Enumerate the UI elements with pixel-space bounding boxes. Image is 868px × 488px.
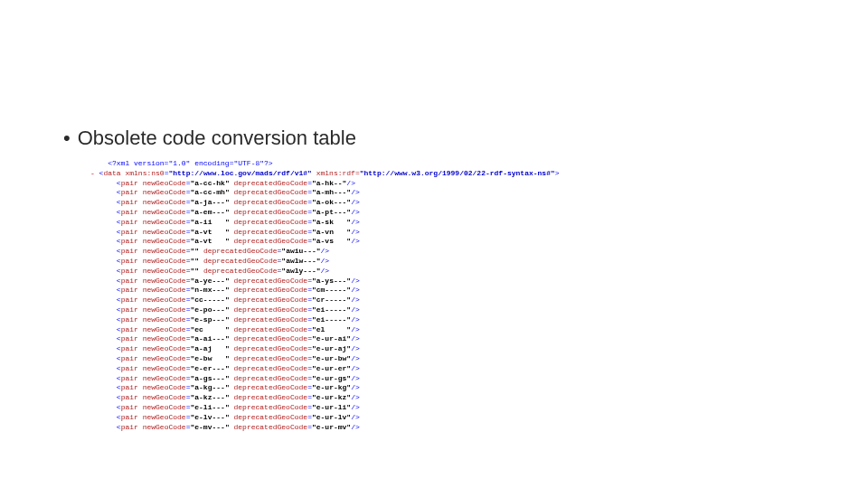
xml-code-block: <?xml version="1.0" encoding="UTF-8"?> -… [90,159,805,432]
slide: • Obsolete code conversion table <?xml v… [0,0,868,432]
slide-title: Obsolete code conversion table [78,127,356,150]
title-row: • Obsolete code conversion table [63,127,805,150]
bullet-icon: • [63,127,71,150]
